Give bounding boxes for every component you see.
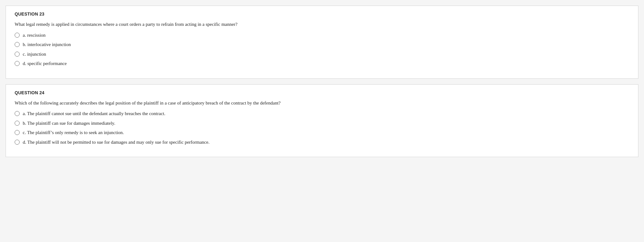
question-block-23: QUESTION 23 What legal remedy is applied… bbox=[6, 6, 638, 79]
radio-23c[interactable] bbox=[15, 52, 20, 57]
radio-23a[interactable] bbox=[15, 33, 20, 38]
answer-option-24d[interactable]: d. The plaintiff will not be permitted t… bbox=[15, 139, 629, 146]
radio-24a[interactable] bbox=[15, 111, 20, 116]
radio-23d[interactable] bbox=[15, 61, 20, 66]
answer-option-24b[interactable]: b. The plaintiff can sue for damages imm… bbox=[15, 120, 629, 127]
radio-24b[interactable] bbox=[15, 121, 20, 126]
question-text-24: Which of the following accurately descri… bbox=[15, 100, 629, 107]
question-block-24: QUESTION 24 Which of the following accur… bbox=[6, 84, 638, 157]
answer-text-24a: a. The plaintiff cannot sue until the de… bbox=[23, 110, 165, 117]
answer-text-23b: b. interlocative injunction bbox=[23, 41, 71, 48]
answer-option-23b[interactable]: b. interlocative injunction bbox=[15, 41, 629, 48]
answer-text-23c: c. injunction bbox=[23, 51, 46, 58]
radio-23b[interactable] bbox=[15, 42, 20, 47]
radio-24d[interactable] bbox=[15, 140, 20, 145]
page-container: QUESTION 23 What legal remedy is applied… bbox=[0, 6, 644, 242]
answer-text-24b: b. The plaintiff can sue for damages imm… bbox=[23, 120, 115, 127]
answer-option-24a[interactable]: a. The plaintiff cannot sue until the de… bbox=[15, 110, 629, 117]
question-label-24: QUESTION 24 bbox=[15, 90, 629, 95]
question-label-23: QUESTION 23 bbox=[15, 12, 629, 16]
answer-text-23d: d. specific performance bbox=[23, 60, 67, 67]
question-text-23: What legal remedy is applied in circumst… bbox=[15, 21, 629, 28]
radio-24c[interactable] bbox=[15, 130, 20, 135]
answer-text-24c: c. The plaintiff’s only remedy is to see… bbox=[23, 129, 124, 136]
answer-text-23a: a. rescission bbox=[23, 32, 45, 39]
answer-text-24d: d. The plaintiff will not be permitted t… bbox=[23, 139, 210, 146]
answer-option-24c[interactable]: c. The plaintiff’s only remedy is to see… bbox=[15, 129, 629, 136]
answer-option-23d[interactable]: d. specific performance bbox=[15, 60, 629, 67]
answer-option-23c[interactable]: c. injunction bbox=[15, 51, 629, 58]
answer-option-23a[interactable]: a. rescission bbox=[15, 32, 629, 39]
